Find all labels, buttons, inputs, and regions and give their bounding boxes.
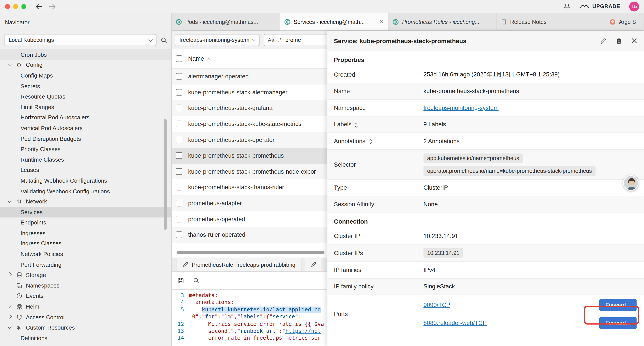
sidebar-item-validating-webhook-configurations[interactable]: Validating Webhook Configurations	[0, 186, 171, 196]
close-window-button[interactable]	[5, 4, 10, 9]
delete-icon[interactable]	[616, 37, 622, 44]
sidebar-item-runtime-classes[interactable]: Runtime Classes	[0, 154, 171, 165]
sidebar-item-mutating-webhook-configurations[interactable]: Mutating Webhook Configurations	[0, 175, 171, 186]
sidebar-item-vertical-pod-autoscalers[interactable]: Vertical Pod Autoscalers	[0, 123, 171, 133]
row-checkbox[interactable]	[176, 184, 182, 191]
expand-toggle-icon[interactable]	[355, 122, 357, 127]
row-checkbox[interactable]	[176, 136, 182, 143]
value-badge: 10.233.14.91	[424, 248, 463, 258]
dock-tab-prometheusrule[interactable]: PrometheusRule: freeleaps-prod-rabbitmq	[177, 258, 302, 271]
sidebar-search-icon[interactable]	[161, 37, 167, 43]
forward-icon[interactable]	[49, 3, 56, 9]
editor-search-icon[interactable]	[193, 278, 199, 284]
port-forward-button[interactable]: Forward...	[599, 317, 636, 329]
navigator-tree: Cron Jobs⚙ConfigConfig MapsSecretsResour…	[0, 49, 171, 343]
expand-toggle-icon[interactable]	[369, 138, 371, 144]
sidebar-item-limit-ranges[interactable]: Limit Ranges	[0, 102, 171, 112]
avatar[interactable]	[623, 175, 638, 191]
close-tab-icon[interactable]	[379, 19, 384, 24]
table-row-kube-prometheus-stack-grafana[interactable]: kube-prometheus-stack-grafana	[172, 100, 327, 116]
sidebar-item-helm[interactable]: Helm	[0, 301, 171, 312]
upgrade-button[interactable]: UPGRADE	[580, 3, 620, 10]
port-forward-button[interactable]: Forward...	[599, 299, 636, 311]
editor-line: 5 kubectl.kubernetes.io/last-applied-co	[172, 306, 327, 313]
row-checkbox[interactable]	[176, 152, 182, 159]
save-icon[interactable]	[177, 277, 184, 284]
sidebar-scrollbar[interactable]	[164, 119, 167, 230]
table-row-thanos-ruler-operated[interactable]: thanos-ruler-operated	[172, 227, 327, 243]
sidebar-item-config-maps[interactable]: Config Maps	[0, 70, 171, 81]
sidebar-item-definitions[interactable]: Definitions	[0, 333, 171, 343]
sidebar-item-priority-classes[interactable]: Priority Classes	[0, 144, 171, 154]
tab-prometheus-rules-icecheng[interactable]: Prometheus Rules - icecheng...	[389, 13, 497, 30]
sidebar-item-horizontal-pod-autoscalers[interactable]: Horizontal Pod Autoscalers	[0, 112, 171, 123]
sidebar-item-secrets[interactable]: Secrets	[0, 81, 171, 91]
row-checkbox[interactable]	[176, 200, 182, 207]
list-search-input[interactable]: Aa .* prome	[264, 34, 327, 46]
tab-argo-s[interactable]: Argo S	[606, 13, 644, 30]
table-row-alertmanager-operated[interactable]: alertmanager-operated	[172, 68, 327, 84]
table-row-kube-prometheus-stack-operator[interactable]: kube-prometheus-stack-operator	[172, 132, 327, 148]
detail-link[interactable]: freeleaps-monitoring-system	[424, 104, 499, 111]
sidebar-item-leases[interactable]: Leases	[0, 165, 171, 175]
sidebar-item-label: Horizontal Pod Autoscalers	[20, 114, 90, 121]
sidebar-item-port-forwarding[interactable]: Port Forwarding	[0, 259, 171, 270]
sidebar-item-access-control[interactable]: Access Control	[0, 312, 171, 322]
table-row-prometheus-operated[interactable]: prometheus-operated	[172, 211, 327, 227]
row-checkbox[interactable]	[176, 216, 182, 222]
table-row-kube-prometheus-stack-prometheus-node-expor[interactable]: kube-prometheus-stack-prometheus-node-ex…	[172, 164, 327, 179]
notifications-bell-icon[interactable]	[564, 3, 570, 10]
sidebar-item-events[interactable]: Events	[0, 291, 171, 301]
sidebar-item-cron-jobs[interactable]: Cron Jobs	[0, 49, 171, 60]
sidebar-item-network[interactable]: Network	[0, 196, 171, 207]
namespace-filter-selector[interactable]: freeleaps-monitoring-system	[175, 34, 260, 46]
sidebar-item-ingresses[interactable]: Ingresses	[0, 228, 171, 238]
edit-icon[interactable]	[600, 37, 607, 44]
yaml-editor[interactable]: 3metadata:4 annotations:5 kubectl.kubern…	[172, 290, 327, 346]
sidebar-item-config[interactable]: ⚙Config	[0, 60, 171, 70]
sidebar-item-services[interactable]: Services	[0, 207, 171, 217]
tab-release-notes[interactable]: Release Notes	[497, 13, 606, 30]
sidebar-item-endpoints[interactable]: Endpoints	[0, 217, 171, 228]
zoom-window-button[interactable]	[21, 4, 26, 9]
row-checkbox[interactable]	[176, 73, 182, 80]
value-badge: operator.prometheus.io/name=kube-prometh…	[424, 166, 596, 175]
table-row-prometheus-adapter[interactable]: prometheus-adapter	[172, 195, 327, 211]
sidebar-item-storage[interactable]: Storage	[0, 270, 171, 280]
port-link[interactable]: 8080:reloader-web/TCP	[424, 320, 486, 326]
tab-label: Pods - icecheng@mathmas...	[185, 19, 258, 25]
close-icon[interactable]	[631, 38, 638, 44]
select-all-checkbox[interactable]	[176, 55, 182, 62]
sidebar-item-resource-quotas[interactable]: Resource Quotas	[0, 91, 171, 102]
column-header-name[interactable]: Name	[188, 55, 209, 62]
minimize-window-button[interactable]	[13, 4, 18, 9]
row-checkbox[interactable]	[176, 105, 182, 111]
sidebar-item-label: Ingresses	[20, 230, 46, 236]
sidebar-item-pod-disruption-budgets[interactable]: Pod Disruption Budgets	[0, 133, 171, 144]
port-link[interactable]: 9090/TCP	[424, 302, 450, 308]
row-checkbox[interactable]	[176, 168, 182, 175]
sidebar-item-namespaces[interactable]: Namespaces	[0, 280, 171, 291]
row-checkbox[interactable]	[176, 121, 182, 127]
kubeconfig-selector[interactable]: Local Kubeconfigs	[4, 34, 156, 46]
table-row-kube-prometheus-stack-kube-state-metrics[interactable]: kube-prometheus-stack-kube-state-metrics	[172, 116, 327, 132]
table-row-kube-prometheus-stack-alertmanager[interactable]: kube-prometheus-stack-alertmanager	[172, 84, 327, 100]
detail-value: app.kubernetes.io/name=prometheusoperato…	[424, 150, 636, 179]
table-row-kube-prometheus-stack-prometheus[interactable]: kube-prometheus-stack-prometheus	[172, 148, 327, 163]
horizontal-scrollbar[interactable]	[177, 251, 325, 254]
back-icon[interactable]	[35, 3, 42, 9]
dock-tab-next[interactable]	[305, 258, 321, 271]
sidebar-item-custom-resources[interactable]: ✱Custom Resources	[0, 322, 171, 333]
asterisk-icon: ✱	[16, 325, 26, 331]
match-case-toggle[interactable]: Aa	[268, 37, 274, 43]
row-checkbox[interactable]	[176, 89, 182, 95]
sidebar-item-ingress-classes[interactable]: Ingress Classes	[0, 238, 171, 249]
tab-services-icecheng-math[interactable]: Services - icecheng@math...	[280, 13, 389, 31]
section-heading-connection: Connection	[334, 218, 638, 225]
sidebar-item-network-policies[interactable]: Network Policies	[0, 249, 171, 259]
table-row-kube-prometheus-stack-thanos-ruler[interactable]: kube-prometheus-stack-thanos-ruler	[172, 179, 327, 195]
row-checkbox[interactable]	[176, 232, 182, 238]
regex-toggle[interactable]: .*	[278, 37, 282, 43]
notification-count-badge[interactable]: 15	[629, 1, 639, 11]
tab-pods-icecheng-mathmas[interactable]: Pods - icecheng@mathmas...	[172, 13, 280, 30]
